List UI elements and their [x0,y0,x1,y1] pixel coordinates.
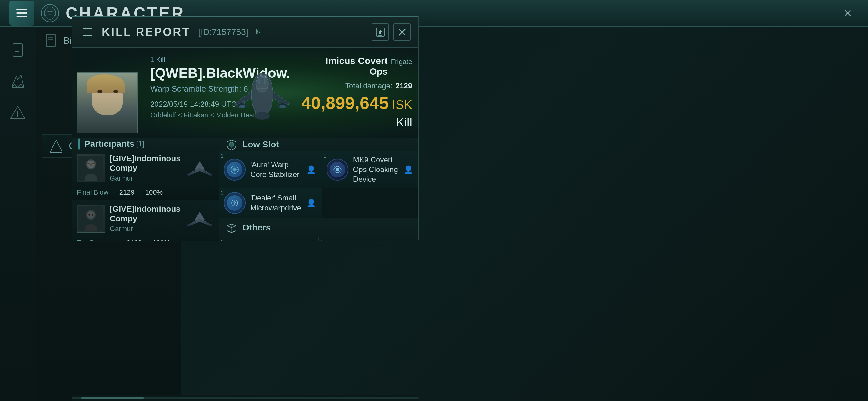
kr-id: [ID:7157753] [198,27,248,37]
separator-4: | [147,240,148,241]
total-damage-label: Total damage: [345,81,393,90]
others-label: Others [243,223,271,233]
portrait-head [92,80,123,115]
kr-close-button[interactable] [393,24,410,41]
kr-main-body: Participants [1] [72,138,418,241]
svg-point-40 [208,173,212,175]
svg-point-26 [279,105,286,108]
hamburger-icon [16,9,28,18]
kr-export-button[interactable] [372,24,389,41]
aura-warp-icon [224,159,246,180]
low-slot-item-3: 1 'Dealer' Small Microwarpdrive 👤 [219,188,322,218]
svg-line-15 [56,140,62,153]
menu-line-2 [16,12,28,14]
svg-point-47 [208,224,212,226]
participants-label: Participants [84,139,134,149]
svg-rect-30 [264,77,266,84]
menu-button[interactable] [9,1,34,26]
others-slot-1: 1 [221,239,224,241]
aura-warp-name: 'Aura' Warp Core Stabilizer [250,160,301,179]
ship-name: Imicus Covert Ops [309,56,388,77]
svg-rect-2 [13,44,23,56]
participant-row-1: [GIVE]Indominous Compy Garmur [72,150,219,201]
slot-number-3: 1 [221,190,224,196]
scrollbar-thumb[interactable] [81,397,144,399]
equipment-panel: Low Slot 1 [219,138,418,241]
core-defense-name: Core Defense Charge Economizer III [350,241,398,241]
participant-ship-1: Garmur [110,174,181,182]
bottom-scrollbar[interactable] [72,395,419,401]
dealer-mwd-action[interactable]: 👤 [306,197,317,208]
damage-value-2: 2129 [127,239,142,241]
participant-damage-row-2: Top Damage | 2129 | 100% [72,237,219,241]
shield-icon [226,139,237,150]
sidebar-item-bio[interactable] [5,37,30,63]
combat-icon [10,73,26,89]
character-logo-icon [41,4,59,23]
portrait-hair [87,74,125,93]
sidebar-item-combat[interactable] [5,69,30,94]
participant-avatar-2 [77,205,105,233]
menu-line-3 [16,16,28,18]
svg-point-43 [87,211,95,219]
others-item-1: 1 Cargohold Optimization II [219,237,319,241]
mk9-covert-name: MK9 Covert Ops Cloaking Device [353,155,398,184]
svg-point-39 [187,173,191,175]
kr-copy-icon[interactable]: ⎘ [256,27,261,37]
svg-point-34 [87,161,95,168]
participant-name-2[interactable]: [GIVE]Indominous Compy [110,204,181,224]
separator-2: | [140,190,141,195]
svg-rect-10 [46,34,55,46]
svg-point-44 [88,214,90,216]
sidebar [0,28,36,401]
me-icon [10,105,26,120]
mk9-covert-icon-inner [330,162,345,177]
svg-point-9 [17,116,19,117]
kr-victim-section: 1 Kill [QWEB].BlackWidow. Warp Scramble … [72,48,418,138]
garmur-ship-icon-1 [185,158,214,178]
low-slot-item-2: 1 MK9 Covert Ops Cloaking Device 👤 [322,151,418,188]
isk-value: 40,899,645 [301,93,389,113]
box-icon [226,222,237,233]
slot-number-1: 1 [221,153,224,159]
participant-avatar-1 [77,154,105,182]
kr-menu-button[interactable] [80,24,96,40]
aura-warp-action[interactable]: 👤 [306,164,317,175]
damage-pct-1: 100% [145,188,163,196]
low-slot-item-1: 1 'Aura' Warp Core Stabilizer [219,151,322,188]
dealer-mwd-icon-inner [227,195,243,211]
others-slot-2: 1 [320,239,323,241]
participant-name-1[interactable]: [GIVE]Indominous Compy [110,154,181,173]
kr-header-actions [372,24,410,41]
kr-title: KILL REPORT [102,26,190,39]
participant-damage-row-1: Final Blow | 2129 | 100% [72,187,219,201]
ship-type: Frigate [391,58,412,66]
kr-line-2 [83,32,92,32]
participant-info-1: [GIVE]Indominous Compy Garmur [110,154,181,182]
char-menu-icon-1[interactable] [42,32,59,49]
scrollbar-track [72,397,419,399]
export-icon [376,28,385,37]
low-slot-icon [225,138,238,151]
portrait-eye-left [97,90,102,93]
aura-warp-icon-inner [227,162,243,177]
mk9-covert-action[interactable]: 👤 [403,164,414,175]
participant-entry-1: [GIVE]Indominous Compy Garmur [72,150,219,187]
dealer-mwd-icon [224,192,246,214]
participants-count: [1] [136,140,144,148]
kr-hamburger-icon [83,28,92,36]
victim-portrait [77,72,138,133]
others-grid: 1 Cargohold Optimization II [219,237,418,241]
others-header: Others [219,218,418,237]
participant-row-2: [GIVE]Indominous Compy Garmur [72,201,219,241]
others-box-icon [225,222,238,234]
close-main-button[interactable]: × [837,2,859,24]
kr-portrait-container [72,48,144,138]
svg-point-45 [92,214,93,216]
low-slot-label: Low Slot [243,140,279,149]
cargohold-name: Cargohold Optimization II [250,241,298,241]
isk-label: ISK [392,98,412,112]
kill-report-panel: KILL REPORT [ID:7157753] ⎘ [72,15,419,240]
sidebar-item-me[interactable] [5,100,30,125]
garmur-ship-icon-2 [185,209,214,229]
